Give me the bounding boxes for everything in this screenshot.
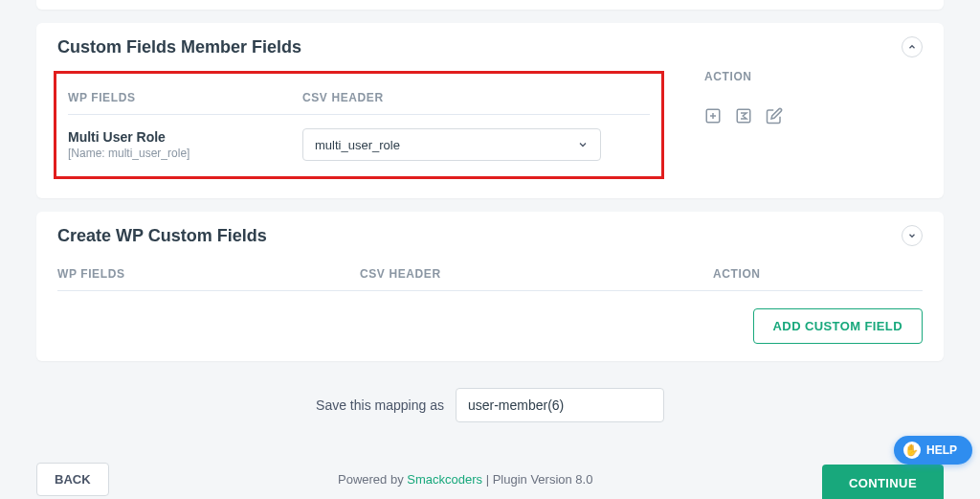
csv-header-cell: multi_user_role bbox=[302, 128, 594, 161]
continue-button[interactable]: CONTINUE bbox=[822, 465, 944, 500]
panel-title: Custom Fields Member Fields bbox=[57, 37, 301, 57]
collapse-button[interactable] bbox=[902, 225, 923, 246]
help-button[interactable]: ✋ HELP bbox=[894, 436, 972, 465]
panel-create-custom-fields: Create WP Custom Fields WP FIELDS CSV HE… bbox=[36, 212, 944, 361]
panel-header: Custom Fields Member Fields bbox=[36, 23, 944, 71]
panel-header: Create WP Custom Fields bbox=[36, 212, 944, 260]
column-header-action: ACTION bbox=[704, 70, 752, 83]
save-mapping-input[interactable] bbox=[456, 388, 664, 422]
save-mapping-label: Save this mapping as bbox=[316, 397, 444, 413]
column-header-wp: WP FIELDS bbox=[57, 267, 360, 281]
powered-prefix: Powered by bbox=[338, 472, 407, 487]
column-header-csv: CSV HEADER bbox=[360, 267, 713, 281]
collapse-button[interactable] bbox=[902, 36, 923, 57]
footer-text: Powered by Smackcoders | Plugin Version … bbox=[338, 472, 592, 487]
table-row: Multi User Role [Name: multi_user_role] … bbox=[68, 115, 650, 161]
smackcoders-link[interactable]: Smackcoders bbox=[407, 472, 482, 487]
panel-custom-fields-member: Custom Fields Member Fields ACTION WP FI… bbox=[36, 23, 944, 198]
table-head: WP FIELDS CSV HEADER ACTION bbox=[57, 260, 923, 291]
back-button[interactable]: BACK bbox=[36, 463, 109, 496]
column-header-action: ACTION bbox=[713, 267, 761, 281]
column-header-wp: WP FIELDS bbox=[68, 91, 302, 104]
table-head: WP FIELDS CSV HEADER bbox=[68, 83, 650, 115]
help-label: HELP bbox=[926, 443, 957, 457]
select-value: multi_user_role bbox=[315, 138, 400, 152]
previous-panel-tail bbox=[36, 0, 944, 10]
footer-row: BACK Powered by Smackcoders | Plugin Ver… bbox=[0, 459, 980, 499]
column-header-csv: CSV HEADER bbox=[302, 91, 594, 104]
chevron-down-icon bbox=[577, 139, 589, 150]
highlight-box: WP FIELDS CSV HEADER Multi User Role [Na… bbox=[54, 71, 664, 179]
wp-field-cell: Multi User Role [Name: multi_user_role] bbox=[68, 129, 302, 160]
panel-title: Create WP Custom Fields bbox=[57, 226, 267, 246]
edit-icon[interactable] bbox=[766, 107, 783, 125]
hand-icon: ✋ bbox=[903, 442, 921, 459]
csv-header-select[interactable]: multi_user_role bbox=[302, 128, 601, 161]
action-icons bbox=[704, 107, 783, 125]
wp-field-name: [Name: multi_user_role] bbox=[68, 147, 302, 160]
wp-field-label: Multi User Role bbox=[68, 129, 302, 145]
add-field-row: ADD CUSTOM FIELD bbox=[57, 291, 923, 344]
chevron-down-icon bbox=[907, 231, 917, 240]
formula-icon[interactable] bbox=[735, 107, 752, 125]
save-mapping-row: Save this mapping as bbox=[36, 374, 944, 451]
powered-suffix: | Plugin Version 8.0 bbox=[482, 472, 592, 487]
add-icon[interactable] bbox=[704, 107, 722, 125]
panel-body: WP FIELDS CSV HEADER ACTION ADD CUSTOM F… bbox=[36, 260, 944, 361]
add-custom-field-button[interactable]: ADD CUSTOM FIELD bbox=[753, 308, 923, 344]
chevron-up-icon bbox=[907, 42, 917, 52]
panel-body: ACTION WP FIELDS CSV HEADER Multi User R… bbox=[36, 71, 944, 198]
